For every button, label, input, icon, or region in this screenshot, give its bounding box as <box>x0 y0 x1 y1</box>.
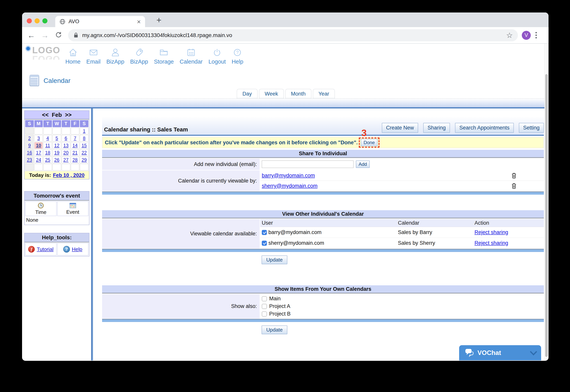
mini-calendar-day-link[interactable]: 14 <box>73 143 78 148</box>
nav-email[interactable]: Email <box>86 47 101 65</box>
reject-sharing-link[interactable]: Reject sharing <box>475 240 508 246</box>
tab-day[interactable]: Day <box>237 89 258 98</box>
forward-button[interactable]: → <box>40 31 49 39</box>
next-month-link[interactable]: >> <box>65 112 72 118</box>
add-button[interactable]: Add <box>356 160 370 168</box>
search-appointments-button[interactable]: Search Appointments <box>455 123 514 133</box>
browser-menu-icon[interactable] <box>535 32 537 38</box>
own-calendar-checkbox[interactable] <box>262 296 267 301</box>
view-section-title: View Other Individual's Calendar <box>102 210 544 218</box>
mini-calendar-day-link[interactable]: 24 <box>36 157 41 162</box>
own-calendar-option[interactable]: Main <box>262 296 544 302</box>
tab-year[interactable]: Year <box>313 89 335 98</box>
tutorial-link[interactable]: Tutorial <box>37 246 54 252</box>
mini-calendar-day-cell: 7 <box>71 135 79 141</box>
today-date-link[interactable]: Feb 10 , 2020 <box>53 172 85 178</box>
reject-sharing-link[interactable]: Reject sharing <box>475 229 508 235</box>
mini-calendar-day-link[interactable]: 23 <box>27 157 32 162</box>
mini-calendar-day-link[interactable]: 9 <box>28 143 31 148</box>
own-calendar-option[interactable]: Project A <box>262 303 544 309</box>
nav-calendar[interactable]: Calendar <box>180 47 203 65</box>
profile-avatar[interactable]: V <box>522 31 531 40</box>
tomorrow-event-widget: Tomorrow's event Time <box>24 191 89 225</box>
mini-calendar-day-link[interactable]: 15 <box>82 143 87 148</box>
sharing-button[interactable]: Sharing <box>423 123 450 133</box>
mini-calendar-day-link[interactable]: 28 <box>73 157 78 162</box>
mini-calendar-day-link[interactable]: 20 <box>63 150 69 155</box>
mini-calendar-day-link[interactable]: 16 <box>27 150 32 155</box>
mini-calendar-day-link[interactable]: 19 <box>54 150 59 155</box>
done-button[interactable]: Done <box>361 139 377 146</box>
delete-viewer-icon[interactable] <box>512 173 516 179</box>
nav-logout[interactable]: Logout <box>208 47 226 65</box>
reload-button[interactable] <box>54 31 63 39</box>
nav-bizapp[interactable]: BizApp <box>130 47 148 65</box>
mini-calendar-day-link[interactable]: 3 <box>37 136 40 141</box>
window-controls <box>27 18 47 23</box>
own-calendar-option[interactable]: Project B <box>262 311 544 317</box>
mini-calendar-day-link[interactable]: 8 <box>83 136 85 141</box>
tab-close-icon[interactable]: × <box>137 18 141 25</box>
nav-storage[interactable]: Storage <box>154 47 174 65</box>
setting-button[interactable]: Setting <box>519 123 544 133</box>
add-email-input[interactable] <box>262 160 353 168</box>
shared-calendar-checkbox[interactable] <box>262 230 267 235</box>
mini-calendar-day-link[interactable]: 4 <box>46 136 49 141</box>
page-scrollbar[interactable] <box>544 44 549 360</box>
mini-calendar-day-link[interactable]: 18 <box>45 150 50 155</box>
share-to-individual-section: Share To Individual Add new individual (… <box>102 150 544 195</box>
chevron-down-icon[interactable] <box>530 348 537 356</box>
mini-calendar-day-link[interactable]: 22 <box>82 150 87 155</box>
own-calendar-checkbox[interactable] <box>262 311 267 317</box>
address-bar[interactable]: my.agnx.com/-/vo/SID600313304fokiuzokcl1… <box>68 29 518 41</box>
browser-tab[interactable]: AVO × <box>55 16 145 27</box>
help-link[interactable]: Help <box>72 246 82 252</box>
mini-calendar-day-link[interactable]: 13 <box>63 143 69 148</box>
mini-calendar-empty-cell <box>53 128 61 134</box>
minimize-window-button[interactable] <box>35 18 40 23</box>
site-top-nav: LOGO LOGO Home Email BizApp Biz <box>22 44 549 72</box>
update-own-section-button[interactable]: Update <box>262 325 287 334</box>
bookmark-star-icon[interactable]: ☆ <box>506 31 513 40</box>
mini-calendar-day-link[interactable]: 2 <box>28 136 31 141</box>
mini-calendar-day-link[interactable]: 7 <box>74 136 76 141</box>
mini-calendar-day-header: S <box>80 120 88 127</box>
scrollbar-thumb[interactable] <box>545 74 548 357</box>
mini-calendar-day-link[interactable]: 27 <box>63 157 69 162</box>
tab-week[interactable]: Week <box>259 89 284 98</box>
shared-calendar-checkbox[interactable] <box>262 241 267 246</box>
close-window-button[interactable] <box>27 18 32 23</box>
mini-calendar-day-link[interactable]: 21 <box>73 150 78 155</box>
update-view-section-button[interactable]: Update <box>262 255 287 264</box>
zoom-window-button[interactable] <box>42 18 47 23</box>
vochat-widget[interactable]: VOChat <box>459 345 541 360</box>
mini-calendar-day-link[interactable]: 17 <box>36 150 41 155</box>
mini-calendar-day-link[interactable]: 6 <box>65 136 67 141</box>
main-panel: Calendar sharing :: Sales Team Create Ne… <box>93 108 549 360</box>
mini-calendar-day-link[interactable]: 12 <box>54 143 59 148</box>
page-title: Calendar <box>44 77 71 84</box>
viewer-email-link[interactable]: barry@mydomain.com <box>262 173 315 179</box>
clock-icon <box>37 202 44 209</box>
mini-calendar-day-link[interactable]: 29 <box>82 157 87 162</box>
create-new-button[interactable]: Create New <box>382 123 418 133</box>
nav-home[interactable]: Home <box>65 47 80 65</box>
prev-month-link[interactable]: << <box>42 112 49 118</box>
new-tab-button[interactable]: + <box>154 15 164 25</box>
mini-calendar-day-link[interactable]: 25 <box>45 157 50 162</box>
mini-calendar-day-link[interactable]: 5 <box>56 136 58 141</box>
tab-month[interactable]: Month <box>285 89 311 98</box>
logout-icon <box>211 47 223 58</box>
mini-calendar-day-link[interactable]: 11 <box>45 143 50 148</box>
mini-calendar-day-link[interactable]: 26 <box>54 157 59 162</box>
mini-calendar-day-link[interactable]: 10 <box>36 143 41 148</box>
mini-calendar-day-link[interactable]: 1 <box>83 128 85 134</box>
nav-profile[interactable]: BizApp <box>106 47 124 65</box>
mini-calendar-day-cell: 9 <box>25 142 34 149</box>
delete-viewer-icon[interactable] <box>512 183 516 189</box>
nav-help[interactable]: ? Help <box>232 47 243 65</box>
help-tools-widget: Help_tools: f Tutorial ? Help <box>24 233 89 256</box>
viewer-email-link[interactable]: sherry@mydomain.com <box>262 183 317 189</box>
own-calendar-checkbox[interactable] <box>262 304 267 309</box>
back-button[interactable]: ← <box>27 31 36 39</box>
